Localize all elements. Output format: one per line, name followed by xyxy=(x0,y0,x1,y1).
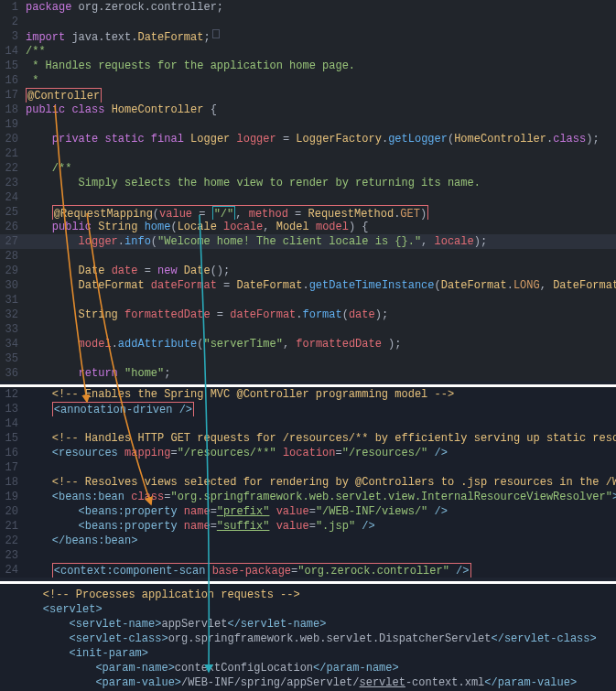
code-token: . xyxy=(507,279,513,292)
line-number: 15 xyxy=(0,59,26,73)
code-content: /** xyxy=(26,161,616,176)
code-line[interactable]: 23 xyxy=(0,548,616,563)
code-token: model xyxy=(79,338,112,351)
code-token: </servlet-name> xyxy=(227,618,326,631)
code-token xyxy=(118,367,124,380)
code-token: class xyxy=(553,133,586,146)
code-line[interactable]: 17@Controller xyxy=(0,88,616,103)
code-token: ( xyxy=(170,221,177,233)
code-line[interactable]: 24 <context:component-scan base-package=… xyxy=(0,563,616,578)
code-token: value xyxy=(276,505,309,518)
code-token: = xyxy=(137,265,157,277)
fold-indicator-icon[interactable] xyxy=(212,29,220,38)
code-line[interactable]: 1package org.zerock.controller; xyxy=(0,0,616,15)
code-line[interactable]: 16 <resources mapping="/resources/**" lo… xyxy=(0,446,616,460)
code-token: "serverTime" xyxy=(203,338,282,351)
code-line[interactable]: 29 Date date = new Date(); xyxy=(0,264,616,278)
code-token: /** xyxy=(52,162,72,175)
code-token: Locale xyxy=(178,221,217,233)
code-token: </beans:bean> xyxy=(52,534,138,547)
code-line[interactable]: 35 xyxy=(0,351,616,366)
code-content: <annotation-driven /> xyxy=(26,402,616,416)
code-line[interactable]: 27 logger.info("Welcome home! The client… xyxy=(0,234,616,249)
code-line[interactable]: 14/** xyxy=(0,44,616,59)
code-line[interactable]: 19 <beans:bean class="org.springframewor… xyxy=(0,490,616,504)
code-line[interactable]: 20 private static final Logger logger = … xyxy=(0,132,616,146)
code-token: <resources xyxy=(52,447,124,459)
code-line[interactable]: 22 /** xyxy=(0,161,616,176)
code-line[interactable]: 13 <annotation-driven /> xyxy=(0,402,616,416)
code-line[interactable]: <servlet-name>appServlet</servlet-name> xyxy=(0,617,616,632)
code-content: <servlet> xyxy=(16,602,616,617)
code-line[interactable]: <servlet-class>org.springframework.web.s… xyxy=(0,632,616,646)
code-line[interactable]: 18public class HomeController { xyxy=(0,103,616,117)
code-line[interactable]: 15 * Handles requests for the applicatio… xyxy=(0,59,616,73)
code-token: formattedDate xyxy=(296,338,382,351)
highlight-box-red: @RequestMapping(value = "/", method = Re… xyxy=(52,205,428,220)
code-line[interactable]: <init-param> xyxy=(0,646,616,661)
code-line[interactable]: 26 public String home(Locale locale, Mod… xyxy=(0,220,616,234)
line-number: 1 xyxy=(0,0,26,15)
code-line[interactable]: 3import java.text.DateFormat; xyxy=(0,29,616,44)
code-token: value xyxy=(159,208,192,220)
code-line[interactable]: 33 xyxy=(0,322,616,337)
code-line[interactable]: <servlet> xyxy=(0,602,616,617)
code-token: "/resources/" xyxy=(342,447,428,459)
code-token: . xyxy=(302,279,308,292)
code-content: <beans:bean class="org.springframework.w… xyxy=(26,490,616,504)
line-number: 2 xyxy=(0,15,26,29)
code-token: LONG xyxy=(513,279,540,292)
code-line[interactable]: 16 * xyxy=(0,73,616,88)
code-token: <beans:property xyxy=(79,520,184,533)
code-token: <servlet> xyxy=(43,603,103,616)
code-content: <beans:property name="prefix" value="/WE… xyxy=(26,504,616,519)
line-number: 15 xyxy=(0,431,26,446)
code-line[interactable]: 24 xyxy=(0,190,616,205)
code-line[interactable]: 2 xyxy=(0,15,616,29)
code-token: Date xyxy=(184,265,211,277)
code-line[interactable]: 21 xyxy=(0,146,616,161)
code-line[interactable]: <!-- Processes application requests --> xyxy=(0,588,616,602)
code-line[interactable]: 36 return "home"; xyxy=(0,366,616,381)
code-line[interactable]: 23 Simply selects the home view to rende… xyxy=(0,176,616,190)
code-token: private xyxy=(52,133,98,146)
line-number: 14 xyxy=(0,44,26,59)
code-line[interactable]: 25 @RequestMapping(value = "/", method =… xyxy=(0,205,616,220)
code-token: <servlet-name> xyxy=(70,618,162,631)
code-line[interactable]: <param-name>contextConfigLocation</param… xyxy=(0,661,616,675)
code-content: Date date = new Date(); xyxy=(26,264,616,278)
code-line[interactable]: 21 <beans:property name="suffix" value="… xyxy=(0,519,616,534)
code-token xyxy=(184,133,190,146)
code-token: "home" xyxy=(124,367,164,380)
code-token: import xyxy=(26,31,65,44)
code-token: format xyxy=(302,308,341,321)
code-line[interactable]: 34 model.addAttribute("serverTime", form… xyxy=(0,337,616,351)
code-content xyxy=(26,249,616,264)
code-token xyxy=(178,265,184,277)
code-token xyxy=(276,447,283,459)
line-number: 31 xyxy=(0,293,26,308)
code-token: Model xyxy=(276,221,309,233)
code-token: ); xyxy=(382,338,402,351)
code-token: class xyxy=(131,491,164,503)
code-line[interactable]: 19 xyxy=(0,117,616,132)
code-line[interactable]: 18 <!-- Resolves views selected for rend… xyxy=(0,475,616,490)
line-number: 22 xyxy=(0,161,26,176)
code-line[interactable]: 22 </beans:bean> xyxy=(0,534,616,548)
code-line[interactable]: 12 <!-- Enables the Spring MVC @Controll… xyxy=(0,387,616,402)
code-token: info xyxy=(124,235,151,248)
code-line[interactable]: 15 <!-- Handles HTTP GET requests for /r… xyxy=(0,431,616,446)
code-token: org.springframework.web.servlet.Dispatch… xyxy=(168,632,492,645)
code-panel-xml-servlet-context: 12 <!-- Enables the Spring MVC @Controll… xyxy=(0,387,616,578)
code-line[interactable]: 20 <beans:property name="prefix" value="… xyxy=(0,504,616,519)
code-content: package org.zerock.controller; xyxy=(26,0,616,15)
code-line[interactable]: 31 xyxy=(0,293,616,308)
code-line[interactable]: 17 xyxy=(0,460,616,475)
code-line[interactable]: <param-value>/WEB-INF/spring/appServlet/… xyxy=(0,675,616,690)
code-line[interactable]: 28 xyxy=(0,249,616,264)
code-line[interactable]: 14 xyxy=(0,416,616,431)
code-line[interactable]: 30 DateFormat dateFormat = DateFormat.ge… xyxy=(0,278,616,293)
code-content: @Controller xyxy=(26,88,616,103)
code-line[interactable]: 32 String formattedDate = dateFormat.for… xyxy=(0,308,616,322)
code-token: = xyxy=(217,279,237,292)
